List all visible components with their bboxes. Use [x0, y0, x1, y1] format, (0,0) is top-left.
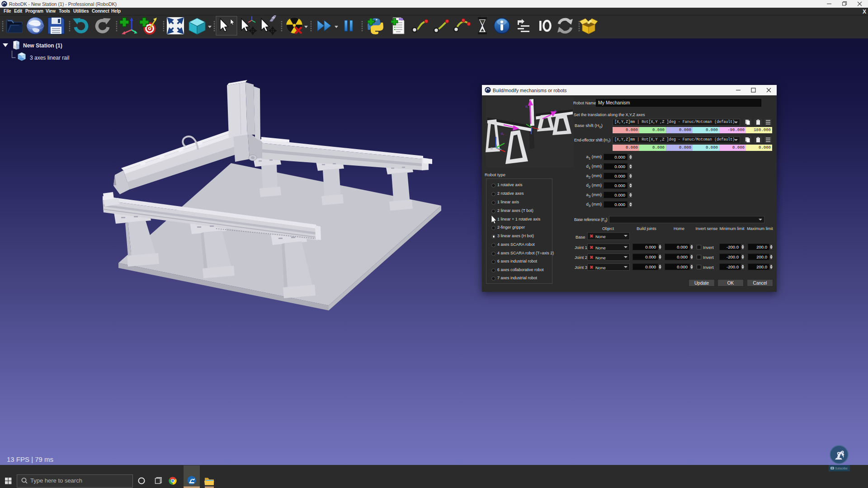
- svg-text:d₃: d₃: [501, 132, 504, 135]
- svg-text:Subscribe: Subscribe: [835, 467, 848, 470]
- svg-text:B: B: [491, 146, 493, 150]
- svg-text:d₁: d₁: [525, 105, 528, 108]
- svg-text:d₂: d₂: [554, 109, 557, 113]
